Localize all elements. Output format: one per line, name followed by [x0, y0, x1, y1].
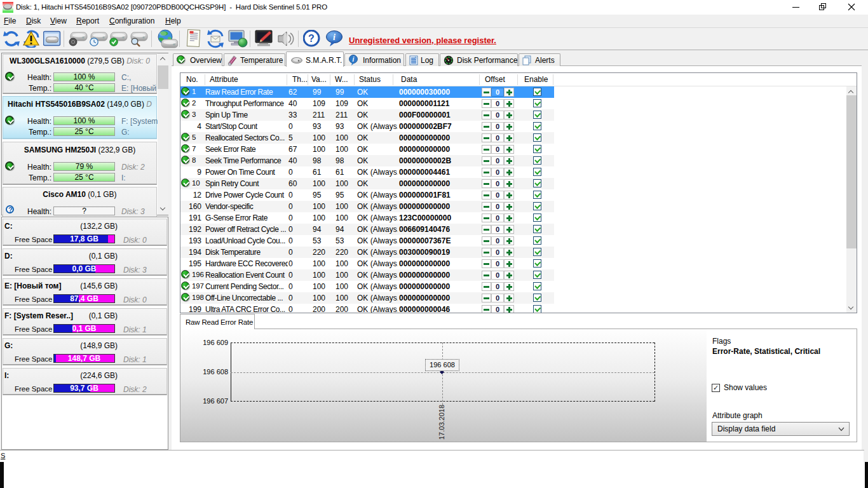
svg-text:i: i	[353, 56, 355, 63]
svg-text:i: i	[333, 32, 336, 42]
svg-text:?: ?	[308, 33, 315, 44]
